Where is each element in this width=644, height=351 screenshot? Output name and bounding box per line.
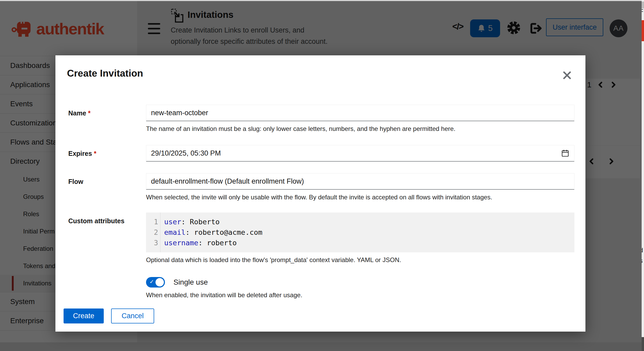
window-top-edge <box>0 0 644 1</box>
required-marker: * <box>88 109 91 117</box>
name-help-text: The name of an invitation must be a slug… <box>146 125 574 133</box>
clipped-text-fragment: s <box>642 257 644 264</box>
expires-field-row: Expires* <box>68 145 574 162</box>
code-line: email: roberto@acme.com <box>164 227 262 238</box>
code-line: username: roberto <box>164 238 262 248</box>
flow-label: Flow <box>68 173 146 201</box>
name-input[interactable] <box>146 105 574 121</box>
single-use-spacer <box>68 277 146 299</box>
modal-title: Create Invitation <box>67 68 143 79</box>
invitation-form: Name* The name of an invitation must be … <box>68 105 574 299</box>
close-icon[interactable] <box>562 70 572 81</box>
expires-label: Expires* <box>68 145 146 162</box>
edge-dark-block <box>642 337 644 351</box>
flow-input[interactable] <box>146 173 574 190</box>
name-field-row: Name* The name of an invitation must be … <box>68 105 574 133</box>
single-use-row: ✓ Single use When enabled, the invitatio… <box>68 277 574 299</box>
scrollbar-strip[interactable]: F i t d s <box>642 0 644 351</box>
required-marker: * <box>94 150 96 157</box>
name-label: Name* <box>68 105 146 133</box>
app-window: authentik Dashboards Applications Events… <box>0 0 644 351</box>
single-use-toggle[interactable]: ✓ <box>146 277 165 288</box>
code-line: user: Roberto <box>164 217 262 227</box>
code-lines: user: Roberto email: roberto@acme.com us… <box>160 212 262 252</box>
clipped-red-chip <box>642 20 644 41</box>
calendar-icon[interactable] <box>561 149 569 157</box>
clipped-text-fragment: d <box>642 247 644 254</box>
flow-field-row: Flow When selected, the invite will only… <box>68 173 574 201</box>
create-invitation-modal: Create Invitation Name* The name of an i… <box>55 55 585 332</box>
cancel-button[interactable]: Cancel <box>111 309 154 323</box>
single-use-help-text: When enabled, the invitation will be del… <box>146 291 574 299</box>
custom-attributes-row: Custom attributes 1 2 3 user: Roberto em… <box>68 212 574 264</box>
expires-input[interactable] <box>146 145 574 162</box>
toggle-knob <box>155 278 164 286</box>
check-icon: ✓ <box>149 279 154 285</box>
scrollbar-thumb[interactable] <box>642 2 644 8</box>
line-number-gutter: 1 2 3 <box>146 212 160 252</box>
create-button[interactable]: Create <box>64 309 104 323</box>
clipped-text-fragment: F <box>642 8 644 15</box>
clipped-text-fragment: t <box>642 176 644 184</box>
flow-help-text: When selected, the invite will only be u… <box>146 193 574 201</box>
clipped-text-fragment: i <box>642 42 644 49</box>
custom-attributes-help-text: Optional data which is loaded into the f… <box>146 256 574 264</box>
single-use-label: Single use <box>173 278 208 286</box>
yaml-code-editor[interactable]: 1 2 3 user: Roberto email: roberto@acme.… <box>146 212 574 252</box>
custom-attributes-label: Custom attributes <box>68 212 146 264</box>
modal-actions: Create Cancel <box>64 309 154 323</box>
